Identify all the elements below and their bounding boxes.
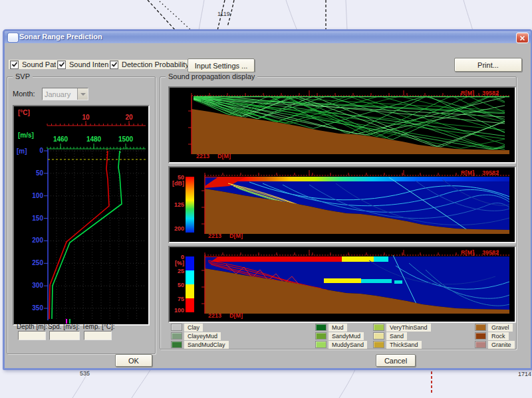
svp-depth-tick-label: 300 — [23, 282, 43, 289]
detection-probability-plot: 0 [%] 25 50 75 100 R[M] 39582 2213 D[M] — [168, 246, 516, 323]
legend-item: SandMudClay — [171, 341, 229, 348]
speed-axis-unit: [m/s] — [18, 132, 34, 139]
detection-probability-plot-canvas — [170, 247, 512, 319]
svp-depth-tick-label: 50 — [23, 169, 43, 177]
checkbox-label: Detection Probability — [122, 60, 189, 68]
temp-field-label: Temp. [°C]: — [82, 323, 115, 330]
depth-field-label: Depth [m]: — [17, 323, 47, 330]
legend-label: Gravel — [488, 324, 513, 332]
depth-value: 2213 — [208, 312, 221, 319]
depth-axis-label: D[M] — [229, 233, 243, 239]
sound-path-plot: R[M] 39582 2213 D[M] — [168, 86, 516, 163]
cancel-button[interactable]: Cancel — [376, 354, 416, 367]
range-value: 39582 — [482, 249, 499, 256]
svp-depth-tick-label: 100 — [23, 192, 43, 199]
legend-item: Rock — [475, 332, 509, 340]
legend-swatch — [171, 332, 182, 340]
legend-swatch — [373, 324, 384, 331]
sonar-range-prediction-window: Sonar Range Prediction Sound Path Sound … — [3, 29, 532, 370]
temperature-profile-curve — [49, 151, 109, 319]
checkbox-label: Sound Path — [22, 60, 61, 68]
map-label-right: 1714 — [518, 371, 531, 377]
legend-label: Rock — [488, 332, 509, 340]
speed-tick-label: 1480 — [86, 136, 101, 143]
temp-field[interactable] — [84, 331, 112, 340]
range-axis-label: R[M] — [461, 90, 474, 96]
checkmark-icon — [11, 61, 18, 68]
close-button[interactable] — [516, 33, 529, 43]
legend-item: ThickSand — [373, 341, 422, 348]
range-axis-label: R[M] — [461, 169, 474, 176]
db-scale-tick: 125 — [170, 201, 184, 208]
pct-scale-tick: 75 — [170, 296, 184, 302]
legend-swatch — [475, 341, 486, 348]
legend-swatch — [171, 324, 182, 331]
range-axis-label: R[M] — [461, 249, 474, 256]
temp-axis-unit: [°C] — [18, 109, 30, 116]
legend-item: ClayeyMud — [171, 332, 221, 340]
legend-label: Granite — [488, 341, 515, 349]
legend-item: Mud — [315, 324, 347, 331]
chevron-down-icon[interactable] — [77, 88, 88, 100]
sound-intensity-plot: 50 [dB] 125 200 R[M] 39582 2213 D[M] — [168, 166, 516, 243]
month-select[interactable]: January — [42, 88, 88, 100]
svp-plot: [°C] 10 20 [m/s] 1460 1480 1500 [m] 0 50… — [13, 105, 150, 326]
legend-swatch — [475, 324, 486, 331]
propagation-group-label: Sound propagation display — [166, 72, 257, 80]
legend-swatch — [475, 332, 486, 340]
sound-path-plot-canvas — [170, 88, 512, 159]
range-value: 39582 — [482, 169, 499, 176]
input-settings-button[interactable]: Input Settings ... — [188, 58, 255, 72]
db-scale-tick: 200 — [170, 225, 184, 232]
legend-label: ThickSand — [386, 341, 422, 349]
svp-depth-tick-label: 350 — [23, 304, 43, 312]
legend-item: VeryThinSand — [373, 324, 431, 331]
checkbox-detection-probability[interactable]: Detection Probability — [108, 60, 192, 69]
ok-button[interactable]: OK — [115, 354, 152, 367]
pct-scale-unit: [%] — [170, 260, 184, 266]
svp-depth-tick-label: 200 — [23, 237, 43, 244]
window-title: Sonar Range Prediction — [19, 33, 102, 41]
map-track-lines — [148, 0, 326, 31]
legend-label: SandyMud — [329, 332, 364, 340]
legend-label: SandMudClay — [184, 341, 229, 349]
svp-depth-tick-label: 150 — [23, 215, 43, 222]
legend-label: Sand — [386, 332, 407, 340]
checkbox-box[interactable] — [10, 60, 19, 69]
temp-tick-label: 20 — [125, 114, 132, 121]
pct-colorbar — [186, 256, 194, 312]
legend-swatch — [373, 341, 384, 348]
checkbox-box[interactable] — [110, 60, 118, 69]
legend-swatch — [315, 332, 327, 340]
depth-value: 2213 — [196, 153, 209, 159]
legend-item: Gravel — [475, 324, 513, 331]
checkbox-box[interactable] — [57, 60, 66, 69]
dialog-body: Sound Path Sound Intensity Detection Pro… — [5, 43, 531, 368]
title-bar[interactable]: Sonar Range Prediction — [5, 31, 531, 43]
db-colorbar — [186, 177, 194, 233]
depth-axis-label: D[M] — [229, 312, 243, 319]
pct-scale-tick: 25 — [170, 268, 184, 274]
sound-intensity-plot-canvas — [170, 167, 512, 239]
legend-swatch — [315, 341, 327, 348]
svp-group-label: SVP — [13, 72, 33, 80]
legend-label: MuddySand — [329, 341, 367, 349]
depth-field[interactable] — [18, 331, 46, 340]
depth-value: 2213 — [208, 233, 221, 239]
propagation-group: Sound propagation display R[M] 39582 221… — [160, 76, 517, 349]
legend-item: Granite — [475, 341, 515, 348]
range-value: 39582 — [482, 90, 499, 96]
sound-speed-profile-curve — [52, 151, 122, 319]
legend-label: Mud — [329, 324, 347, 332]
print-button[interactable]: Print... — [454, 58, 522, 72]
speed-field[interactable] — [49, 331, 80, 340]
window-icon — [8, 33, 18, 42]
legend-label: ClayeyMud — [184, 332, 221, 340]
speed-tick-label: 1460 — [53, 136, 68, 143]
svp-group: SVP Month: January — [7, 76, 156, 354]
month-value: January — [43, 90, 77, 98]
depth-axis-label: D[M] — [217, 153, 231, 159]
checkmark-icon — [111, 61, 118, 68]
map-label-left: 535 — [80, 370, 90, 377]
legend-item: MuddySand — [315, 341, 367, 348]
